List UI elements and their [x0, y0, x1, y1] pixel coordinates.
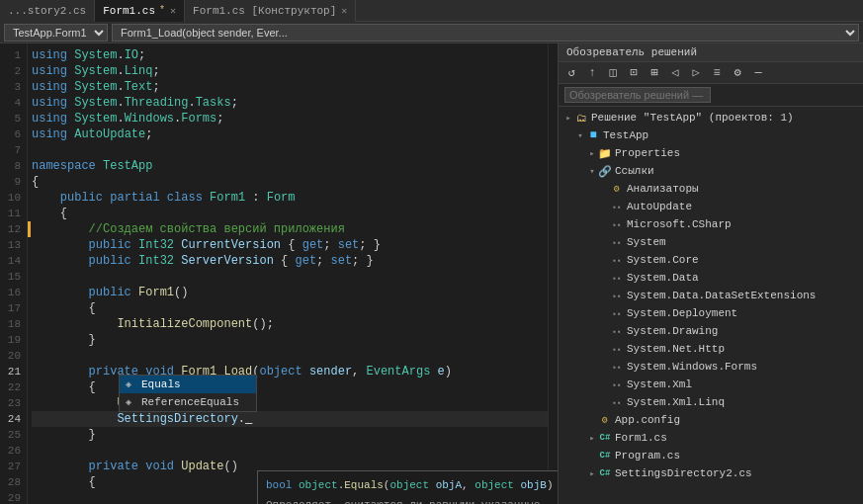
se-label-programcs: Program.cs — [615, 450, 680, 462]
se-icon-appconfig: ⚙ — [598, 413, 612, 427]
solution-explorer-toolbar: ↺ ↑ ◫ ⊡ ⊞ ◁ ▷ ≡ ⚙ — — [559, 62, 863, 84]
se-expand-properties[interactable]: ▸ — [586, 148, 598, 159]
se-label-appconfig: App.config — [615, 414, 680, 426]
se-btn-back[interactable]: ◁ — [666, 64, 684, 82]
tab-form1-close[interactable]: ✕ — [170, 5, 176, 17]
se-item-system-dataset[interactable]: ▪▪ System.Data.DataSetExtensions — [559, 287, 863, 304]
tab-form1-designer-close[interactable]: ✕ — [341, 5, 347, 17]
line-numbers: 1 2 3 4 5 6 7 8 9 10 11 12 13 14 15 16 1… — [0, 43, 28, 504]
editor-scrollbar[interactable] — [548, 43, 558, 504]
se-item-system-drawing[interactable]: ▪▪ System.Drawing — [559, 322, 863, 340]
tooltip-description: Определяет, считаются ли равными указанн… — [266, 497, 559, 504]
method-dropdown[interactable]: Form1_Load(object sender, Ever... — [112, 24, 859, 42]
se-icon-form1cs: C# — [598, 431, 612, 445]
se-expand-solution[interactable]: ▸ — [562, 113, 574, 124]
autocomplete-item-referenceequals[interactable]: ◈ ReferenceEquals — [120, 393, 256, 411]
se-btn-minimize[interactable]: — — [749, 64, 767, 82]
line-num-2: 2 — [0, 63, 25, 79]
se-item-testapp[interactable]: ▾ ■ TestApp — [559, 126, 863, 144]
se-label-settingsdir2: SettingsDirectory2.cs — [615, 467, 752, 479]
line-num-23: 23 — [0, 395, 25, 411]
code-line-14: public Int32 ServerVersion { get; set; } — [32, 253, 554, 269]
line-num-14: 14 — [0, 253, 25, 269]
se-label-testapp: TestApp — [603, 129, 648, 141]
se-btn-refresh[interactable]: ↺ — [562, 64, 580, 82]
code-line-21: private void Form1_Load(object sender, E… — [32, 364, 554, 379]
se-icon-system-core: ▪▪ — [610, 253, 624, 267]
line-num-10: 10 — [0, 190, 25, 206]
se-label-system-dataset: System.Data.DataSetExtensions — [627, 290, 816, 301]
se-btn-collapse[interactable]: ⊡ — [625, 64, 643, 82]
se-btn-menu[interactable]: ≡ — [708, 64, 726, 82]
code-line-22: { — [32, 379, 554, 395]
se-item-system-winforms[interactable]: ▪▪ System.Windows.Forms — [559, 358, 863, 376]
autocomplete-item-equals[interactable]: ◈ Equals — [120, 376, 256, 393]
se-btn-properties[interactable]: ◫ — [604, 64, 622, 82]
line-num-16: 16 — [0, 285, 25, 300]
autocomplete-refequals-icon: ◈ — [126, 396, 137, 408]
se-item-system-nethttp[interactable]: ▪▪ System.Net.Http — [559, 340, 863, 358]
tab-form1-designer-label: Form1.cs [Конструктор] — [193, 5, 336, 17]
change-indicator-bar — [28, 221, 31, 237]
autocomplete-popup[interactable]: ◈ Equals ◈ ReferenceEquals — [119, 375, 257, 412]
se-label-system-drawing: System.Drawing — [627, 325, 718, 337]
code-content[interactable]: using System.IO; using System.Linq; usin… — [28, 43, 558, 504]
se-item-properties[interactable]: ▸ 📁 Properties — [559, 144, 863, 162]
se-item-system-data[interactable]: ▪▪ System.Data — [559, 269, 863, 287]
line-num-1: 1 — [0, 47, 25, 63]
se-label-properties: Properties — [615, 147, 680, 159]
se-expand-testapp[interactable]: ▾ — [574, 130, 586, 141]
se-label-mscsharp: Microsoft.CSharp — [627, 218, 732, 230]
se-icon-system-xmllinq: ▪▪ — [610, 395, 624, 409]
line-num-28: 28 — [0, 474, 25, 490]
se-item-analyzers[interactable]: ⚙ Анализаторы — [559, 180, 863, 198]
se-icon-system-drawing: ▪▪ — [610, 324, 624, 338]
editor-toolbar: TestApp.Form1 Form1_Load(object sender, … — [0, 22, 863, 43]
tooltip-signature: bool object.Equals(object objA, object o… — [266, 477, 559, 493]
se-label-form1cs: Form1.cs — [615, 432, 667, 444]
se-item-programcs[interactable]: C# Program.cs — [559, 447, 863, 464]
se-btn-forward[interactable]: ▷ — [687, 64, 705, 82]
line-num-9: 9 — [0, 174, 25, 190]
solution-explorer-search[interactable] — [564, 87, 711, 103]
se-item-system-deploy[interactable]: ▪▪ System.Deployment — [559, 304, 863, 322]
code-editor[interactable]: 1 2 3 4 5 6 7 8 9 10 11 12 13 14 15 16 1… — [0, 43, 559, 504]
se-item-form1cs[interactable]: ▸ C# Form1.cs — [559, 429, 863, 447]
se-expand-refs[interactable]: ▾ — [586, 166, 598, 177]
se-item-system-core[interactable]: ▪▪ System.Core — [559, 251, 863, 269]
se-btn-expand[interactable]: ⊞ — [646, 64, 663, 82]
se-icon-system-dataset: ▪▪ — [610, 289, 624, 302]
tab-story2[interactable]: ...story2.cs — [0, 0, 95, 22]
se-item-system[interactable]: ▪▪ System — [559, 233, 863, 251]
se-icon-autoupdate: ▪▪ — [610, 200, 624, 213]
code-line-18: InitializeComponent(); — [32, 316, 554, 332]
se-icon-system: ▪▪ — [610, 235, 624, 249]
se-label-system: System — [627, 236, 666, 248]
tab-form1-designer[interactable]: Form1.cs [Конструктор] ✕ — [185, 0, 356, 22]
se-icon-solution: 🗂 — [574, 111, 588, 125]
se-item-system-xmllinq[interactable]: ▪▪ System.Xml.Linq — [559, 393, 863, 411]
se-item-autoupdate[interactable]: ▪▪ AutoUpdate — [559, 198, 863, 215]
se-btn-up[interactable]: ↑ — [583, 64, 601, 82]
se-label-solution: Решение "TestApp" (проектов: 1) — [591, 112, 794, 124]
se-item-mscsharp[interactable]: ▪▪ Microsoft.CSharp — [559, 215, 863, 233]
se-expand-form1cs[interactable]: ▸ — [586, 433, 598, 444]
class-dropdown[interactable]: TestApp.Form1 — [4, 24, 108, 42]
se-item-refs[interactable]: ▾ 🔗 Ссылки — [559, 162, 863, 180]
se-expand-settingsdir2[interactable]: ▸ — [586, 468, 598, 479]
se-icon-system-xml: ▪▪ — [610, 378, 624, 391]
se-item-system-xml[interactable]: ▪▪ System.Xml — [559, 376, 863, 393]
se-icon-system-data: ▪▪ — [610, 271, 624, 285]
code-line-17: { — [32, 300, 554, 316]
se-icon-analyzers: ⚙ — [610, 182, 624, 196]
se-item-solution[interactable]: ▸ 🗂 Решение "TestApp" (проектов: 1) — [559, 109, 863, 126]
line-num-26: 26 — [0, 443, 25, 459]
solution-explorer-tree: ▸ 🗂 Решение "TestApp" (проектов: 1) ▾ ■ … — [559, 107, 863, 504]
tab-form1-label: Form1.cs — [103, 5, 155, 17]
solution-explorer-title: Обозреватель решений — [566, 46, 697, 58]
se-item-appconfig[interactable]: ⚙ App.config — [559, 411, 863, 429]
se-icon-refs: 🔗 — [598, 164, 612, 178]
se-item-settingsdir2[interactable]: ▸ C# SettingsDirectory2.cs — [559, 464, 863, 482]
se-btn-settings[interactable]: ⚙ — [729, 64, 746, 82]
tab-form1[interactable]: Form1.cs * ✕ — [95, 0, 185, 22]
